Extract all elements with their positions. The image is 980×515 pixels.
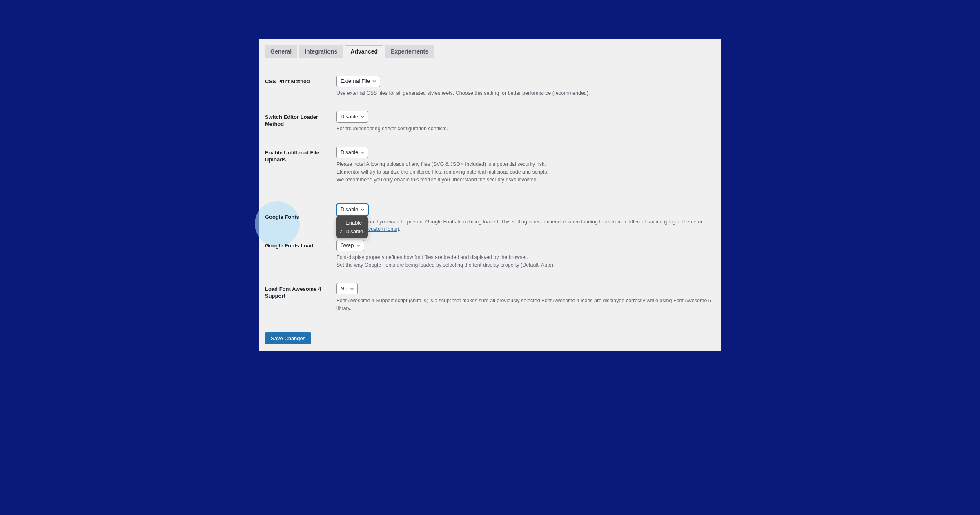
row-switch-editor: Switch Editor Loader Method Disable For … bbox=[265, 106, 715, 142]
chevron-down-icon bbox=[361, 150, 365, 154]
desc-fa4: Font Awesome 4 Support script (shim.js( … bbox=[336, 297, 715, 312]
chevron-down-icon bbox=[372, 79, 376, 83]
desc-switch-editor: For troubleshooting server configuration… bbox=[336, 125, 715, 133]
chevron-down-icon bbox=[361, 207, 365, 212]
row-google-fonts-load: Google Fonts Load Swap Font-display prop… bbox=[265, 237, 715, 278]
label-switch-editor: Switch Editor Loader Method bbox=[265, 111, 336, 128]
label-fa4: Load Font Awesome 4 Support bbox=[265, 283, 336, 300]
desc-gfl-line1: Font-display property defines how font f… bbox=[336, 254, 528, 260]
control-google-fonts: Disable Enable ✓ Disable bbox=[336, 204, 715, 233]
google-fonts-group: Google Fonts Disable Enable bbox=[265, 192, 715, 278]
select-unfiltered[interactable]: Disable bbox=[336, 147, 368, 158]
tabs-nav: General Integrations Advanced Experiemen… bbox=[259, 39, 721, 58]
row-unfiltered: Enable Unfiltered File Uploads Disable P… bbox=[265, 142, 715, 192]
option-disable-label: Disable bbox=[345, 228, 363, 234]
desc-unfiltered-line1: Please note! Allowing uploads of any fil… bbox=[336, 161, 546, 167]
row-fa4: Load Font Awesome 4 Support No Font Awes… bbox=[265, 278, 715, 321]
tab-advanced[interactable]: Advanced bbox=[345, 45, 383, 58]
chevron-down-icon bbox=[361, 115, 365, 119]
chevron-down-icon bbox=[356, 243, 361, 247]
option-disable[interactable]: ✓ Disable bbox=[336, 227, 368, 236]
desc-google-fonts: on if you want to prevent Google Fonts f… bbox=[336, 218, 715, 234]
desc-gfl-line2: Set the way Google Fonts are being loade… bbox=[336, 262, 555, 268]
label-google-fonts: Google Fonts bbox=[265, 204, 336, 221]
label-css-print: CSS Print Method bbox=[265, 76, 336, 85]
select-google-fonts[interactable]: Disable bbox=[336, 204, 368, 215]
dropdown-google-fonts: Enable ✓ Disable bbox=[336, 216, 368, 238]
control-fa4: No Font Awesome 4 Support script (shim.j… bbox=[336, 283, 715, 312]
control-switch-editor: Disable For troubleshooting server confi… bbox=[336, 111, 715, 133]
select-switch-editor[interactable]: Disable bbox=[336, 111, 368, 123]
select-fa4-value: No bbox=[341, 285, 347, 292]
row-css-print: CSS Print Method External File Use exter… bbox=[265, 71, 715, 106]
row-google-fonts: Google Fonts Disable Enable bbox=[265, 192, 715, 237]
option-enable[interactable]: Enable bbox=[336, 218, 368, 227]
desc-unfiltered-line3: We recommend you only enable this featur… bbox=[336, 177, 538, 183]
select-unfiltered-value: Disable bbox=[341, 149, 358, 156]
desc-css-print: Use external CSS files for all generated… bbox=[336, 89, 715, 97]
tab-experiments[interactable]: Experiements bbox=[385, 45, 434, 58]
form-area: CSS Print Method External File Use exter… bbox=[259, 58, 721, 325]
control-google-fonts-load: Swap Font-display property defines how f… bbox=[336, 240, 715, 269]
select-fa4[interactable]: No bbox=[336, 283, 358, 294]
link-custom-fonts[interactable]: custom fonts bbox=[368, 226, 397, 232]
select-google-fonts-load[interactable]: Swap bbox=[336, 240, 364, 251]
chevron-down-icon bbox=[350, 287, 354, 291]
option-enable-label: Enable bbox=[345, 220, 362, 226]
select-google-fonts-value: Disable bbox=[341, 206, 358, 213]
desc-google-fonts-part2: ). bbox=[397, 226, 401, 232]
desc-google-fonts-part1: on if you want to prevent Google Fonts f… bbox=[368, 219, 702, 225]
tab-integrations[interactable]: Integrations bbox=[299, 45, 343, 58]
settings-panel: General Integrations Advanced Experiemen… bbox=[259, 39, 721, 351]
select-switch-editor-value: Disable bbox=[341, 113, 358, 120]
control-css-print: External File Use external CSS files for… bbox=[336, 76, 715, 97]
tab-general[interactable]: General bbox=[265, 45, 297, 58]
select-google-fonts-load-value: Swap bbox=[341, 242, 354, 249]
label-google-fonts-load: Google Fonts Load bbox=[265, 240, 336, 250]
control-unfiltered: Disable Please note! Allowing uploads of… bbox=[336, 147, 715, 183]
select-css-print-value: External File bbox=[341, 78, 370, 85]
select-css-print[interactable]: External File bbox=[336, 76, 380, 87]
desc-unfiltered-line2: Elementor will try to sanitize the unfil… bbox=[336, 169, 548, 175]
desc-unfiltered: Please note! Allowing uploads of any fil… bbox=[336, 161, 715, 183]
save-changes-button[interactable]: Save Changes bbox=[265, 332, 311, 344]
label-unfiltered: Enable Unfiltered File Uploads bbox=[265, 147, 336, 163]
desc-google-fonts-load: Font-display property defines how font f… bbox=[336, 254, 715, 269]
check-icon: ✓ bbox=[339, 229, 343, 234]
